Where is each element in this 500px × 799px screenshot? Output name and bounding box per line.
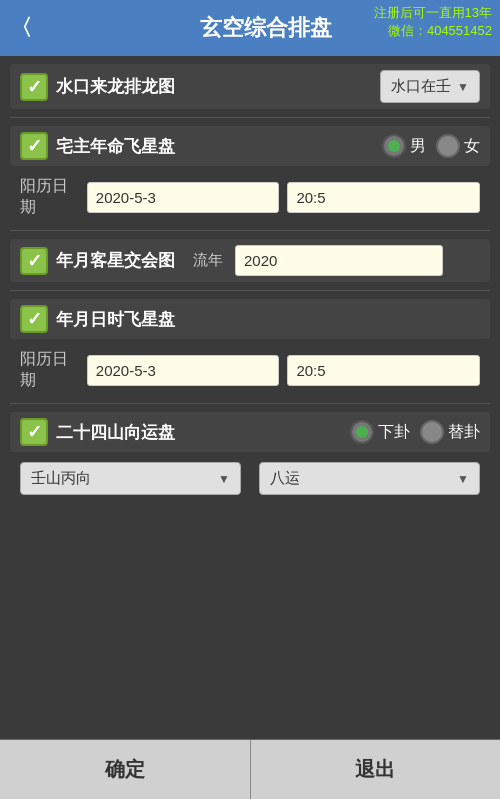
radio-female-outer [436,134,460,158]
radio-ti-label: 替卦 [448,422,480,443]
radio-female[interactable]: 女 [436,134,480,158]
promo-text: 注册后可一直用13年 微信：404551452 [374,4,492,40]
dropdowns-row: 壬山丙向 ▼ 八运 ▼ [10,458,490,499]
year-input[interactable] [235,245,443,276]
divider3 [10,290,490,291]
section1-dropdown-arrow: ▼ [457,80,469,94]
divider1 [10,117,490,118]
section4-checkbox[interactable] [20,305,48,333]
radio-xia-outer [350,420,374,444]
promo-line1: 注册后可一直用13年 [374,4,492,22]
dropdown2-value: 八运 [270,469,300,488]
section3-label: 年月客星交会图 [56,249,175,272]
section2-checkbox[interactable] [20,132,48,160]
section3-row: 年月客星交会图 流年 [10,239,490,282]
section1-dropdown[interactable]: 水口在壬 ▼ [380,70,480,103]
radio-ti[interactable]: 替卦 [420,420,480,444]
section1-row: 水口来龙排龙图 水口在壬 ▼ [10,64,490,109]
confirm-button[interactable]: 确定 [0,740,251,799]
radio-female-inner [442,140,454,152]
section1-checkbox[interactable] [20,73,48,101]
bottom-bar: 确定 退出 [0,739,500,799]
radio-xia[interactable]: 下卦 [350,420,410,444]
date2-row: 阳历日期 [10,345,490,395]
section5-label: 二十四山向运盘 [56,421,175,444]
section4-row: 年月日时飞星盘 [10,299,490,339]
time2-input[interactable] [287,355,480,386]
section1-dropdown-value: 水口在壬 [391,77,451,96]
radio-xia-inner [356,426,368,438]
divider4 [10,403,490,404]
radio-ti-outer [420,420,444,444]
exit-button[interactable]: 退出 [251,740,501,799]
section5-checkbox[interactable] [20,418,48,446]
radio-male[interactable]: 男 [382,134,426,158]
dropdown2-arrow: ▼ [457,472,469,486]
date1-row: 阳历日期 [10,172,490,222]
radio-xia-label: 下卦 [378,422,410,443]
section5-radio-group: 下卦 替卦 [350,420,480,444]
radio-male-inner [388,140,400,152]
dropdown1[interactable]: 壬山丙向 ▼ [20,462,241,495]
dropdown1-value: 壬山丙向 [31,469,91,488]
time1-input[interactable] [287,182,480,213]
date2-input[interactable] [87,355,280,386]
date1-label: 阳历日期 [20,176,79,218]
dropdown1-arrow: ▼ [218,472,230,486]
radio-male-outer [382,134,406,158]
radio-female-label: 女 [464,136,480,157]
radio-ti-inner [426,426,438,438]
section1-label: 水口来龙排龙图 [56,75,175,98]
promo-line2: 微信：404551452 [374,22,492,40]
header: 〈 玄空综合排盘 注册后可一直用13年 微信：404551452 [0,0,500,56]
main-content: 水口来龙排龙图 水口在壬 ▼ 宅主年命飞星盘 男 女 [0,56,500,507]
date2-label: 阳历日期 [20,349,79,391]
section4-label: 年月日时飞星盘 [56,308,175,331]
liu-label: 流年 [193,251,223,270]
section3-checkbox[interactable] [20,247,48,275]
section2-label: 宅主年命飞星盘 [56,135,175,158]
date1-input[interactable] [87,182,280,213]
dropdown2[interactable]: 八运 ▼ [259,462,480,495]
section2-radio-group: 男 女 [382,134,480,158]
section2-row: 宅主年命飞星盘 男 女 [10,126,490,166]
back-button[interactable]: 〈 [10,13,32,43]
section5-row: 二十四山向运盘 下卦 替卦 [10,412,490,452]
radio-male-label: 男 [410,136,426,157]
divider2 [10,230,490,231]
